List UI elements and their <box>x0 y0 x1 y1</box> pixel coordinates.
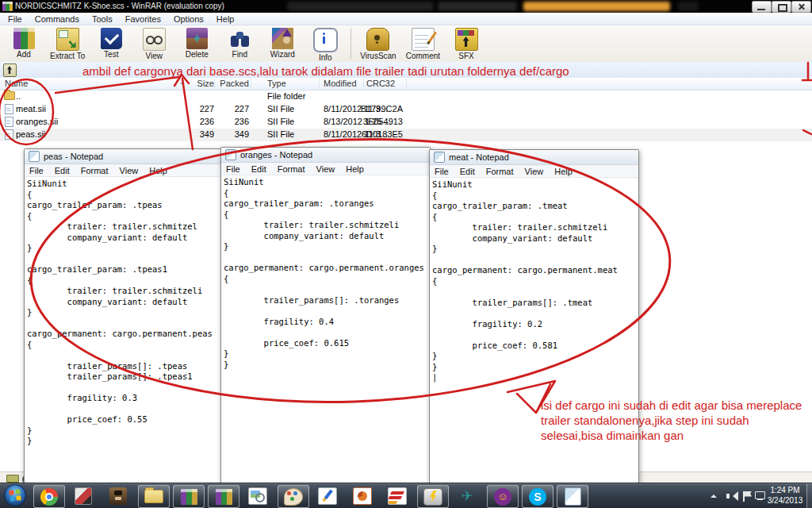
menu-help[interactable]: Help <box>341 164 370 174</box>
test-button[interactable]: Test <box>90 27 132 59</box>
taskbar: ✈ ☺ S 1:24 PM 3/24/2013 <box>0 483 812 508</box>
start-button[interactable] <box>3 483 27 507</box>
menu-help[interactable]: Help <box>550 167 579 176</box>
notepad-menubar: File Edit Format View Help <box>221 163 430 175</box>
taskbar-winrar-1[interactable] <box>173 485 205 508</box>
column-packed[interactable]: Packed <box>214 79 249 88</box>
menu-view[interactable]: View <box>115 166 145 175</box>
menu-edit[interactable]: Edit <box>50 166 76 175</box>
sfx-button[interactable]: SFX <box>445 27 488 60</box>
file-row-peas[interactable]: peas.sii 349 349 SII File 8/11/2012 11:3… <box>0 129 812 141</box>
taskbar-photo-viewer[interactable] <box>243 485 273 506</box>
menu-file[interactable]: File <box>430 167 455 176</box>
taskbar-clock[interactable]: 1:24 PM 3/24/2013 <box>763 485 807 506</box>
notepad-text-area[interactable]: SiiNunit { cargo_trailer_param: .tpeas {… <box>25 177 224 484</box>
flag-icon <box>742 491 752 502</box>
up-one-level-icon[interactable] <box>3 64 17 77</box>
wizard-button[interactable]: Wizard <box>261 27 304 59</box>
column-name[interactable]: Name <box>5 79 28 88</box>
menu-file[interactable]: File <box>221 164 247 174</box>
taskbar-notepad[interactable] <box>557 485 588 508</box>
test-book-icon <box>101 28 122 49</box>
notepad-titlebar[interactable]: peas - Notepad <box>25 149 224 164</box>
file-row-parent[interactable]: .. File folder <box>0 90 812 103</box>
menu-view[interactable]: View <box>312 164 342 174</box>
taskbar-explorer[interactable] <box>138 485 170 508</box>
plane-icon: ✈ <box>461 489 473 503</box>
extract-to-button[interactable]: Extract To <box>45 27 90 60</box>
close-button[interactable] <box>791 1 811 13</box>
menu-edit[interactable]: Edit <box>455 167 481 176</box>
tray-action-center[interactable] <box>742 483 752 508</box>
taskbar-paint[interactable] <box>278 485 309 508</box>
menu-view[interactable]: View <box>520 167 550 176</box>
taskbar-yahoo-messenger[interactable]: ☺ <box>487 485 519 508</box>
info-button[interactable]: Info <box>304 27 347 62</box>
column-crc32[interactable]: CRC32 <box>366 79 395 88</box>
menu-file[interactable]: File <box>3 14 30 24</box>
taskbar-skype[interactable]: S <box>522 485 553 508</box>
taskbar-powerpoint[interactable] <box>347 485 377 506</box>
taskbar-game[interactable] <box>68 485 98 506</box>
notepad-titlebar[interactable]: oranges - Notepad <box>221 148 430 163</box>
windows-orb-icon <box>3 483 27 507</box>
menu-format[interactable]: Format <box>481 167 520 176</box>
taskbar-plane-app[interactable]: ✈ <box>452 485 482 506</box>
menu-format[interactable]: Format <box>273 164 312 174</box>
taskbar-photo-editor[interactable] <box>312 485 343 506</box>
flex-icon <box>388 487 407 505</box>
menu-favorites[interactable]: Favorites <box>121 14 169 24</box>
explorer-folder-icon <box>144 490 163 503</box>
menu-edit[interactable]: Edit <box>247 164 273 174</box>
menu-file[interactable]: File <box>25 166 50 175</box>
taskbar-chrome[interactable] <box>33 485 65 508</box>
view-button[interactable]: View <box>132 27 175 60</box>
maximize-button[interactable] <box>772 1 791 13</box>
winrar-titlebar[interactable]: NORDICSCHMITZ K-Shoe.scs - WinRAR (evalu… <box>0 0 812 13</box>
column-type[interactable]: Type <box>267 79 286 88</box>
minimize-button[interactable] <box>752 1 772 13</box>
tray-volume[interactable] <box>726 483 737 508</box>
tray-expand-button[interactable] <box>710 483 717 508</box>
notepad-menubar: File Edit Format View Help <box>25 164 224 177</box>
menu-format[interactable]: Format <box>76 166 115 175</box>
taskbar-avatar-app[interactable] <box>103 485 133 506</box>
menu-options[interactable]: Options <box>169 14 212 24</box>
file-row-oranges[interactable]: oranges.sii 236 236 SII File 8/13/2012 1… <box>0 116 812 129</box>
notepad-text-area[interactable]: SiiNunit { cargo_trailer_param: .torange… <box>221 175 430 484</box>
skype-icon: S <box>529 488 546 506</box>
comment-button[interactable]: Comment <box>401 27 445 60</box>
wizard-icon <box>272 28 293 49</box>
delete-crate-icon <box>186 28 208 49</box>
virusscan-button[interactable]: VirusScan <box>355 27 400 60</box>
find-button[interactable]: Find <box>218 27 261 59</box>
info-bubble-icon <box>313 28 338 52</box>
window-title: NORDICSCHMITZ K-Shoe.scs - WinRAR (evalu… <box>15 2 224 10</box>
photo-editor-icon <box>318 487 337 505</box>
file-row-meat[interactable]: meat.sii 227 227 SII File 8/11/2012 11:3… <box>0 103 812 116</box>
column-modified[interactable]: Modified <box>324 79 357 88</box>
speaker-icon <box>726 491 737 501</box>
notepad-icon <box>434 152 445 163</box>
menu-commands[interactable]: Commands <box>30 14 87 24</box>
show-desktop-button[interactable] <box>806 483 812 508</box>
taskbar-flex[interactable] <box>382 485 412 506</box>
annotation-bottom-text: isi def cargo ini sudah di edit agar bis… <box>541 398 802 443</box>
winrar-toolbar: Add Extract To Test View Delete Find Wiz… <box>0 25 812 64</box>
add-button[interactable]: Add <box>2 27 45 59</box>
paint-palette-icon <box>284 488 303 506</box>
taskbar-winrar-2[interactable] <box>208 485 239 508</box>
menu-help[interactable]: Help <box>212 14 243 24</box>
censored-blur <box>523 2 670 11</box>
menu-tools[interactable]: Tools <box>87 14 121 24</box>
menu-help[interactable]: Help <box>144 166 174 175</box>
powerpoint-icon <box>353 487 372 505</box>
chrome-icon <box>40 488 58 506</box>
column-size[interactable]: Size <box>179 79 214 88</box>
notepad-titlebar[interactable]: meat - Notepad <box>430 150 638 165</box>
taskbar-winamp[interactable] <box>417 485 449 508</box>
cowboy-avatar-icon <box>109 487 127 505</box>
photo-viewer-icon <box>248 487 267 505</box>
winrar-icon <box>216 489 232 505</box>
delete-button[interactable]: Delete <box>175 27 218 59</box>
